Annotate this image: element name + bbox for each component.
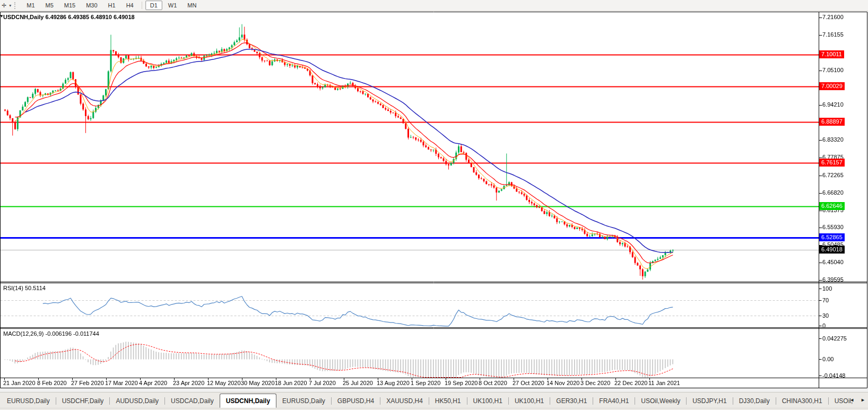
timeframe-m15[interactable]: M15 [59,1,80,10]
y-axis-tick-label: 6.83320 [822,136,844,143]
chart-tab-uk100-h1[interactable]: UK100,H1 [467,394,508,408]
chart-title: USDCNH,Daily 6.49286 6.49385 6.48910 6.4… [3,14,135,20]
chevron-down-icon[interactable]: ▾ [8,3,12,8]
x-axis-date-label: 27 Feb 2020 [71,380,104,386]
x-axis-date-label: 18 Jun 2020 [275,380,307,386]
chart-tab-bar: EURUSD,DailyUSDCHF,DailyAUDUSD,DailyUSDC… [0,392,868,410]
timeframe-m30[interactable]: M30 [81,1,102,10]
rsi-axis-tick-label: 30 [822,312,829,319]
tab-scroll-arrows: ◄ ► [848,397,867,403]
chart-tab-xauusd-h4[interactable]: XAUUSD,H4 [380,394,429,408]
y-axis-tick-label: 6.39595 [822,276,844,283]
level-price-label: 7.00029 [819,82,845,90]
rsi-indicator-label: RSI(14) 50.5114 [3,285,46,291]
y-axis-tick-label: 6.72265 [822,172,844,178]
chart-plot-canvas[interactable] [0,11,868,388]
x-axis-date-label: 27 Oct 2020 [513,380,544,386]
timeframe-group-separator [142,2,142,9]
timeframe-h1[interactable]: H1 [103,1,120,10]
x-axis-date-label: 19 Sep 2020 [445,380,478,386]
x-axis-date-label: 7 Jul 2020 [309,380,336,386]
y-axis-tick-label: 7.16155 [822,31,844,38]
x-axis-date-label: 17 Mar 2020 [105,380,138,386]
y-axis-tick-label: 6.94210 [822,101,844,108]
chart-tab-dj30-daily[interactable]: DJ30,Daily [733,394,776,408]
y-axis-tick-label: 6.45040 [822,259,844,265]
x-axis-date-label: 3 Dec 2020 [580,380,610,386]
level-price-label: 6.62646 [819,202,845,210]
tab-scroll-left-button[interactable]: ◄ [848,397,856,403]
chart-tab-usdcnh-daily[interactable]: USDCNH,Daily [220,394,276,408]
current-price-label: 6.49018 [819,246,845,254]
macd-axis-tick-label: 0.00 [822,356,834,362]
top-toolbar: ✛ ▾ M1M5M15M30H1H4D1W1MN [0,0,868,11]
chart-tab-uk100-h1[interactable]: UK100,H1 [509,394,550,408]
x-axis-date-label: 22 Dec 2020 [614,380,647,386]
chart-tab-fra40-h1[interactable]: FRA40,H1 [593,394,635,408]
level-price-label: 6.88897 [819,118,845,126]
timeframe-mn[interactable]: MN [183,1,201,10]
chart-tab-gbpusd-h4[interactable]: GBPUSD,H4 [332,394,380,408]
macd-axis-tick-label: -0.04148 [822,372,845,379]
timeframe-h4[interactable]: H4 [121,1,138,10]
x-axis-date-label: 14 Nov 2020 [546,380,579,386]
y-axis-tick-label: 7.21600 [822,14,844,20]
x-axis-date-label: 23 Apr 2020 [173,380,204,386]
chart-tab-usdjpy-h1[interactable]: USDJPY,H1 [687,394,732,408]
macd-indicator-label: MACD(12,26,9) -0.006196 -0.011744 [3,330,99,337]
x-axis-date-label: 8 Feb 2020 [37,380,67,386]
x-axis-date-label: 21 Jan 2020 [3,380,36,386]
chart-tab-hk50-h1[interactable]: HK50,H1 [429,394,467,408]
chart-tabs: EURUSD,DailyUSDCHF,DailyAUDUSD,DailyUSDC… [1,394,858,408]
level-price-label: 6.52865 [819,233,845,241]
y-axis-tick-label: 7.05100 [822,67,844,73]
chart-tab-usoil-weekly[interactable]: USOil,Weekly [635,394,686,408]
chart-tab-eurusd-daily[interactable]: EURUSD,Daily [1,394,56,408]
chart-tab-eurusd-daily[interactable]: EURUSD,Daily [276,394,331,408]
x-axis-date-label: 11 Jan 2021 [648,380,680,386]
x-axis-date-label: 30 May 2020 [241,380,275,386]
timeframe-w1[interactable]: W1 [163,1,182,10]
rsi-axis-tick-label: 0 [822,322,826,329]
y-axis-tick-label: 6.66820 [822,189,844,196]
trading-terminal-window: ✛ ▾ M1M5M15M30H1H4D1W1MN ▼ USDCNH,Daily … [0,0,868,410]
timeframe-m5[interactable]: M5 [41,1,58,10]
chart-tab-ger30-h1[interactable]: GER30,H1 [550,394,593,408]
x-axis-date-label: 25 Jul 2020 [343,380,373,386]
x-axis-date-label: 1 Sep 2020 [411,380,440,386]
x-axis-date-label: 4 Apr 2020 [139,380,167,386]
level-price-label: 7.10011 [819,50,844,58]
tab-scroll-right-button[interactable]: ► [859,397,867,403]
timeframe-button-group: M1M5M15M30H1H4D1W1MN [21,1,202,10]
crosshair-icon[interactable]: ✛ [0,2,8,9]
toolbar-drag-handle[interactable] [14,2,18,9]
y-axis-tick-label: 6.55930 [822,224,844,230]
chart-tab-usdcad-daily[interactable]: USDCAD,Daily [165,394,220,408]
chart-tab-usdchf-daily[interactable]: USDCHF,Daily [56,394,110,408]
x-axis-date-label: 13 Aug 2020 [377,380,410,386]
chart-tab-audusd-daily[interactable]: AUDUSD,Daily [110,394,164,408]
x-axis-date-label: 8 Oct 2020 [479,380,507,386]
timeframe-m1[interactable]: M1 [22,1,39,10]
rsi-axis-tick-label: 70 [822,297,829,303]
level-price-label: 6.76157 [819,159,845,167]
macd-axis-tick-label: 0.042275 [822,335,847,342]
chart-tab-china300-h1[interactable]: CHINA300,H1 [776,394,828,408]
rsi-axis-tick-label: 100 [822,285,832,292]
x-axis-date-label: 12 May 2020 [207,380,241,386]
timeframe-d1[interactable]: D1 [145,1,162,10]
